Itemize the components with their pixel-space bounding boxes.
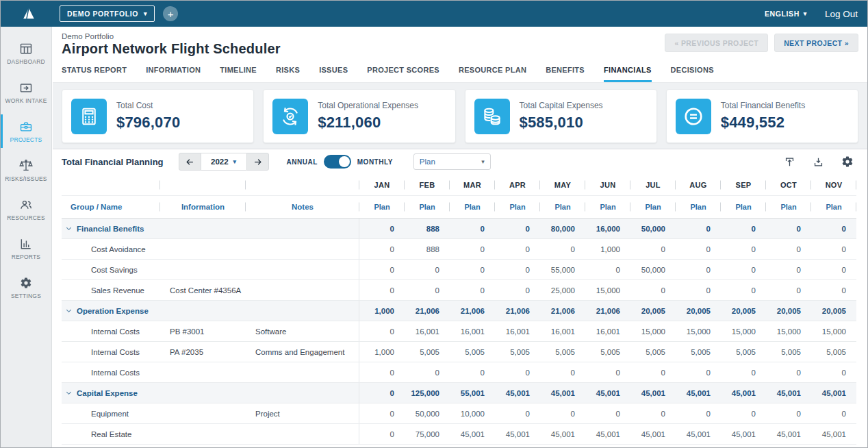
plan-value-may[interactable]: 55,000 — [540, 260, 585, 279]
plan-value-aug[interactable]: 5,005 — [676, 342, 721, 362]
plan-value-oct[interactable]: 5,005 — [766, 342, 811, 362]
previous-year-button[interactable] — [179, 153, 201, 171]
plan-value-aug[interactable]: 0 — [676, 260, 721, 279]
plan-value-may[interactable]: 5,005 — [540, 342, 585, 362]
plan-value-sep[interactable]: 0 — [721, 219, 766, 238]
previous-project-button[interactable]: « PREVIOUS PROJECT — [665, 34, 768, 52]
next-year-button[interactable] — [246, 153, 269, 171]
plan-value-oct[interactable]: 0 — [766, 260, 811, 279]
plan-value-apr[interactable]: 16,001 — [495, 321, 540, 341]
tab-status-report[interactable]: STATUS REPORT — [62, 66, 127, 82]
tab-timeline[interactable]: TIMELINE — [220, 66, 257, 82]
tab-issues[interactable]: ISSUES — [319, 66, 348, 82]
sidebar-item-risks-issues[interactable]: RISKS/ISSUES — [1, 151, 51, 190]
plan-value-mar[interactable]: 16,001 — [450, 321, 495, 341]
plan-value-jan[interactable]: 0 — [359, 383, 405, 403]
plan-value-jan[interactable]: 0 — [359, 219, 405, 238]
plan-value-apr[interactable]: 5,005 — [495, 342, 540, 362]
plan-value-jun[interactable]: 0 — [585, 362, 630, 382]
plan-value-jan[interactable]: 0 — [359, 321, 405, 341]
plan-value-mar[interactable]: 10,000 — [450, 403, 495, 423]
plan-value-mar[interactable]: 0 — [450, 219, 495, 238]
plan-value-may[interactable]: 45,001 — [540, 383, 585, 403]
plan-value-jul[interactable]: 50,000 — [630, 260, 676, 279]
plan-value-may[interactable]: 0 — [540, 362, 585, 382]
plan-value-feb[interactable]: 0 — [405, 362, 450, 382]
plan-value-aug[interactable]: 15,000 — [676, 321, 721, 341]
export-icon[interactable] — [784, 156, 795, 168]
plan-value-jul[interactable]: 0 — [630, 403, 676, 423]
plan-value-apr[interactable]: 0 — [495, 362, 540, 382]
plan-value-nov[interactable]: 0 — [811, 239, 856, 259]
chevron-down-icon[interactable] — [65, 389, 73, 397]
plan-value-oct[interactable]: 0 — [766, 280, 811, 300]
tab-resource-plan[interactable]: RESOURCE PLAN — [459, 66, 526, 82]
plan-value-apr[interactable]: 0 — [495, 239, 540, 259]
plan-value-sep[interactable]: 0 — [721, 362, 766, 382]
plan-value-jan[interactable]: 0 — [359, 280, 405, 300]
plan-value-jan[interactable]: 0 — [359, 424, 405, 444]
tab-project-scores[interactable]: PROJECT SCORES — [367, 66, 439, 82]
plan-value-may[interactable]: 21,006 — [540, 301, 585, 321]
tab-decisions[interactable]: DECISIONS — [671, 66, 714, 82]
plan-value-mar[interactable]: 55,001 — [450, 383, 495, 403]
plan-value-mar[interactable]: 5,005 — [450, 342, 495, 362]
plan-value-jun[interactable]: 45,001 — [585, 383, 630, 403]
plan-value-apr[interactable]: 0 — [495, 260, 540, 279]
plan-value-mar[interactable]: 45,001 — [450, 424, 495, 444]
portfolio-selector[interactable]: DEMO PORTFOLIO ▾ — [60, 5, 155, 22]
plan-value-jun[interactable]: 45,001 — [585, 424, 630, 444]
language-selector[interactable]: ENGLISH ▾ — [765, 10, 807, 18]
plan-value-feb[interactable]: 5,005 — [405, 342, 450, 362]
plan-value-feb[interactable]: 888 — [405, 239, 450, 259]
plan-value-oct[interactable]: 0 — [766, 362, 811, 382]
plan-value-jul[interactable]: 0 — [630, 362, 676, 382]
plan-value-oct[interactable]: 15,000 — [766, 321, 811, 341]
plan-value-may[interactable]: 25,000 — [540, 280, 585, 300]
plan-value-apr[interactable]: 45,001 — [495, 383, 540, 403]
plan-value-apr[interactable]: 45,001 — [495, 424, 540, 444]
plan-value-jun[interactable]: 0 — [585, 403, 630, 423]
plan-value-jun[interactable]: 16,000 — [585, 219, 630, 238]
plan-value-jan[interactable]: 1,000 — [359, 301, 405, 321]
plan-value-oct[interactable]: 0 — [766, 239, 811, 259]
next-project-button[interactable]: NEXT PROJECT » — [774, 34, 858, 52]
plan-value-feb[interactable]: 0 — [405, 260, 450, 279]
plan-value-jan[interactable]: 0 — [359, 362, 405, 382]
plan-value-apr[interactable]: 0 — [495, 280, 540, 300]
plan-value-feb[interactable]: 21,006 — [405, 301, 450, 321]
year-dropdown[interactable]: 2022 ▾ — [201, 153, 246, 171]
plan-value-feb[interactable]: 50,000 — [405, 403, 450, 423]
tab-risks[interactable]: RISKS — [276, 66, 300, 82]
plan-value-aug[interactable]: 0 — [676, 239, 721, 259]
plan-value-oct[interactable]: 20,005 — [766, 301, 811, 321]
plan-value-jun[interactable]: 16,001 — [585, 321, 630, 341]
plan-value-sep[interactable]: 0 — [721, 403, 766, 423]
sidebar-item-settings[interactable]: SETTINGS — [1, 268, 51, 307]
gear-icon[interactable] — [841, 155, 854, 168]
plan-value-oct[interactable]: 45,001 — [766, 383, 811, 403]
plan-value-mar[interactable]: 0 — [450, 260, 495, 279]
chevron-down-icon[interactable] — [65, 307, 73, 314]
plan-value-sep[interactable]: 45,001 — [721, 424, 766, 444]
sidebar-item-resources[interactable]: RESOURCES — [1, 190, 51, 229]
sidebar-item-projects[interactable]: PROJECTS — [1, 112, 51, 151]
plan-value-feb[interactable]: 888 — [405, 219, 450, 238]
plan-value-jul[interactable]: 45,001 — [630, 424, 676, 444]
plan-value-oct[interactable]: 0 — [766, 403, 811, 423]
plan-value-aug[interactable]: 20,005 — [676, 301, 721, 321]
plan-value-aug[interactable]: 0 — [676, 280, 721, 300]
plan-value-may[interactable]: 16,001 — [540, 321, 585, 341]
plan-value-nov[interactable]: 15,000 — [811, 321, 856, 341]
chevron-down-icon[interactable] — [65, 225, 73, 232]
plan-value-jul[interactable]: 15,000 — [630, 321, 676, 341]
plan-value-nov[interactable]: 20,005 — [811, 301, 856, 321]
tab-financials[interactable]: FINANCIALS — [604, 66, 652, 82]
plan-value-jul[interactable]: 5,005 — [630, 342, 676, 362]
plan-value-sep[interactable]: 0 — [721, 280, 766, 300]
plan-value-nov[interactable]: 0 — [811, 219, 856, 238]
plan-value-sep[interactable]: 5,005 — [721, 342, 766, 362]
plan-value-mar[interactable]: 0 — [450, 239, 495, 259]
sidebar-item-reports[interactable]: REPORTS — [1, 229, 51, 268]
plan-value-jun[interactable]: 15,000 — [585, 280, 630, 300]
